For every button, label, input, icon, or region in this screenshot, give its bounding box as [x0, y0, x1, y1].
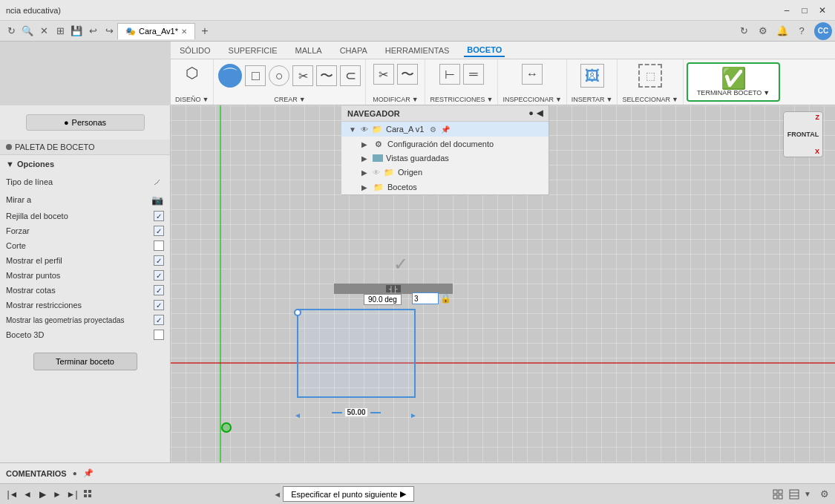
nav-eye-icon[interactable]: 👁 [361, 125, 368, 134]
nav-expand-icon[interactable]: ▼ [347, 124, 358, 134]
crear-curve-icon[interactable]: ⊂ [340, 65, 361, 86]
close-button[interactable]: ✕ [816, 4, 829, 17]
insertar-image-icon[interactable]: 🖼 [580, 64, 604, 88]
nav-play-icon[interactable]: ▶ [36, 488, 49, 501]
nav-config-icon: ⚙ [373, 138, 384, 150]
terminar-boceto-left-button[interactable]: Terminar boceto [33, 353, 137, 370]
comments-pin-icon[interactable]: 📌 [83, 468, 94, 478]
nav-first-icon[interactable]: |◄ [6, 488, 19, 501]
nav-expand-bocetos[interactable]: ▶ [359, 182, 370, 192]
minimize-button[interactable]: – [780, 4, 793, 17]
tab-malla[interactable]: MALLA [292, 45, 325, 56]
terminar-boceto-toolbar[interactable]: ✅ TERMINAR BOCETO ▼ [687, 62, 780, 102]
tipo-linea-icon[interactable]: ⟋ [151, 175, 164, 189]
dimension-input[interactable] [412, 292, 439, 304]
tab-herramientas[interactable]: HERRAMIENTAS [382, 45, 453, 56]
nav-settings-small-icon[interactable] [83, 488, 94, 500]
nav-item-config[interactable]: ▶ ⚙ Configuración del documento [341, 137, 549, 151]
option-mostrar-restricciones: Mostrar restricciones [6, 298, 164, 312]
options-title: ▼ Opciones [6, 160, 164, 168]
sketch-start-point[interactable] [294, 309, 301, 316]
tab-close-icon[interactable]: ✕ [181, 27, 187, 36]
personas-button[interactable]: ● Personas [26, 114, 145, 131]
nav-expand-config[interactable]: ▶ [359, 139, 370, 149]
crear-rect-icon[interactable]: □ [245, 65, 266, 86]
tab-chapa[interactable]: CHAPA [337, 45, 370, 56]
svg-rect-5 [779, 490, 782, 494]
lock-icon: 🔒 [440, 293, 451, 304]
crear-spline-icon[interactable]: 〜 [316, 65, 337, 86]
tab-bar: ↻ 🔍 ✕ ⊞ 💾 ↩ ↪ 🎭 Cara_Av1* ✕ + ↻ ⚙ 🔔 ? CC [0, 21, 835, 42]
refresh-tab-icon[interactable]: ↻ [737, 24, 750, 38]
grid-icon[interactable]: ⊞ [52, 23, 68, 39]
nav-doc-pin-icon[interactable]: 📌 [441, 125, 450, 134]
grid-table-icon[interactable] [771, 488, 785, 501]
modificar-curve-icon[interactable]: 〜 [397, 64, 418, 85]
nav-collapse-icon[interactable]: ● [528, 108, 534, 118]
personas-label: Personas [72, 118, 106, 127]
nav-next-icon[interactable]: ► [50, 488, 64, 501]
boceto-3d-checkbox[interactable] [154, 330, 164, 340]
crear-line-icon[interactable]: ⌒ [218, 64, 242, 88]
corte-checkbox[interactable] [154, 240, 164, 251]
tab-superficie[interactable]: SUPERFICIE [226, 45, 281, 56]
tab-boceto[interactable]: BOCETO [464, 44, 505, 57]
nav-doc-root[interactable]: ▼ 👁 📁 Cara_A v1 ⚙ 📌 [341, 122, 549, 137]
restricciones-perp-icon[interactable]: ⊢ [439, 64, 460, 85]
mostrar-cotas-checkbox[interactable] [154, 285, 164, 295]
close-icon[interactable]: ✕ [36, 23, 52, 39]
option-forzar: Forzar [6, 223, 164, 238]
undo-icon[interactable]: ↩ [85, 23, 101, 39]
nav-item-bocetos[interactable]: ▶ 📁 Bocetos [341, 180, 549, 194]
bell-icon[interactable]: 🔔 [776, 24, 789, 38]
inspeccionar-ruler-icon[interactable]: ↔ [522, 64, 543, 85]
nav-folder-icon: 📁 [371, 123, 383, 135]
nav-eye-origen[interactable]: 👁 [373, 168, 380, 177]
crear-scissors-icon[interactable]: ✂ [292, 65, 313, 86]
seleccionar-box-icon[interactable]: ⬚ [638, 64, 662, 88]
restricciones-horiz-icon[interactable]: ═ [463, 64, 484, 85]
mostrar-puntos-checkbox[interactable] [154, 270, 164, 281]
mostrar-restricciones-checkbox[interactable] [154, 300, 164, 310]
settings-gear-icon[interactable]: ⚙ [820, 488, 829, 500]
rejilla-checkbox[interactable] [154, 211, 164, 221]
redo-icon[interactable]: ↪ [101, 23, 117, 39]
grid-dropdown-arrow[interactable]: ▼ [804, 490, 811, 498]
mostrar-geometrias-checkbox[interactable] [154, 315, 164, 325]
forzar-checkbox[interactable] [154, 226, 164, 236]
maximize-button[interactable]: □ [798, 4, 811, 17]
grid-icons-area: ▼ ⚙ [771, 488, 829, 501]
settings-tab-icon[interactable]: ⚙ [756, 24, 770, 38]
toolbar-insertar: 🖼 INSERTAR ▼ [567, 59, 618, 105]
crear-circle-icon[interactable]: ○ [269, 65, 289, 86]
axis-z-label: Z [816, 114, 820, 121]
modificar-scissors-icon[interactable]: ✂ [373, 64, 394, 85]
nav-prev-icon[interactable]: ◄ [21, 488, 34, 501]
document-tab[interactable]: 🎭 Cara_Av1* ✕ [117, 23, 195, 39]
mostrar-perfil-checkbox[interactable] [154, 255, 164, 266]
help-icon[interactable]: ? [795, 24, 808, 38]
grid-view-icon[interactable] [787, 488, 801, 501]
save-icon[interactable]: 💾 [68, 23, 85, 39]
refresh-icon[interactable]: ↻ [3, 23, 19, 39]
main-toolbar: ⬡ DISEÑO ▼ ⌒ □ ○ ✂ 〜 ⊂ CREAR ▼ ✂ 〜 MODIF… [171, 59, 835, 105]
nav-doc-settings-icon[interactable]: ⚙ [430, 125, 436, 134]
mirar-a-icon[interactable]: 📷 [151, 193, 164, 206]
nav-item-origen[interactable]: ▶ 👁 📁 Origen [341, 165, 549, 180]
nav-item-vistas[interactable]: ▶ Vistas guardadas [341, 151, 549, 165]
nav-expand-vistas[interactable]: ▶ [359, 153, 370, 163]
user-avatar[interactable]: CC [814, 22, 832, 40]
tab-solido[interactable]: SÓLIDO [177, 45, 214, 56]
specify-next-button[interactable]: Especificar el punto siguiente ▶ [283, 486, 414, 502]
toolbar-diseño[interactable]: ⬡ DISEÑO ▼ [171, 59, 214, 105]
nav-expand-origen[interactable]: ▶ [359, 167, 370, 177]
nav-bocetos-icon: 📁 [373, 181, 384, 193]
constraint-handle[interactable]: ┤├ [386, 285, 401, 292]
nav-pin-icon[interactable]: ◀ [537, 108, 543, 118]
origin-vertical-line [220, 105, 221, 462]
terminar-label: TERMINAR BOCETO [697, 89, 762, 96]
terminar-arrow: ▼ [763, 89, 770, 96]
nav-last-icon[interactable]: ►| [65, 488, 79, 501]
new-tab-button[interactable]: + [197, 23, 213, 39]
search-icon[interactable]: 🔍 [19, 23, 36, 39]
